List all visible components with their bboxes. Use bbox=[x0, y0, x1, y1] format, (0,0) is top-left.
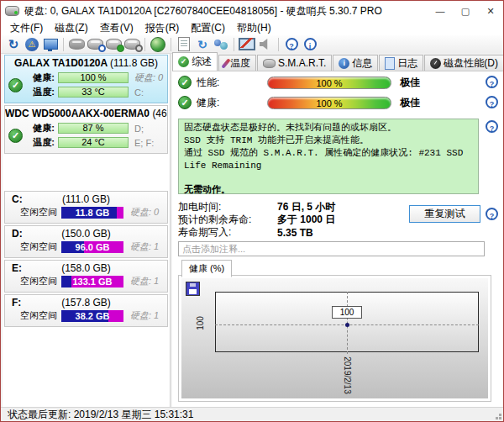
alerts-icon[interactable] bbox=[23, 36, 41, 52]
tab-smart[interactable]: S.M.A.R.T. bbox=[257, 55, 332, 71]
toolbar-separator bbox=[234, 38, 234, 51]
disk-sidebar: GALAX TA1D0120A (111.8 GB) ✓ 健康:100 %硬盘:… bbox=[3, 54, 171, 407]
tab-label: 综述 bbox=[192, 55, 212, 69]
status-text: 状态最后更新: 2019/2/13 星期三 15:31:31 bbox=[8, 408, 193, 422]
menu-view[interactable]: 查看(V) bbox=[94, 21, 139, 35]
disk-ok-icon[interactable] bbox=[104, 36, 123, 52]
gauge-icon bbox=[430, 58, 441, 69]
tab-disk-performance[interactable]: 磁盘性能(D) bbox=[424, 55, 504, 71]
sync-icon[interactable]: ↻ bbox=[193, 36, 212, 52]
help-icon[interactable] bbox=[486, 120, 498, 133]
report-icon[interactable] bbox=[175, 36, 193, 52]
app-window: 硬盘: 0, GALAX TA1D0120A [C27607840CEE0481… bbox=[0, 0, 504, 422]
performance-label: 性能: bbox=[197, 76, 267, 90]
disk-detect-icon[interactable] bbox=[123, 36, 141, 52]
free-space-value: 96.0 GB bbox=[61, 242, 123, 252]
toolbar: ↻ ↻ bbox=[1, 35, 503, 54]
chart-tab-health[interactable]: 健康 (%) bbox=[181, 260, 232, 277]
free-space-value: 11.8 GB bbox=[61, 208, 123, 218]
health-label: 健康: bbox=[23, 71, 55, 84]
health-row: ✓ 健康: 100 % 极佳 bbox=[178, 95, 420, 110]
maximize-button[interactable]: ▢ bbox=[453, 1, 478, 21]
health-chart-panel: 100 100 2019/2/13 bbox=[178, 275, 491, 402]
temp-bar: 24 °C bbox=[58, 137, 129, 148]
main-panel: 综述 温度 S.M.A.R.T. 信息 日志 磁盘性能(D) 警报(A) ✓ 性… bbox=[172, 53, 503, 409]
minimize-button[interactable]: — bbox=[428, 1, 453, 21]
screenshot-icon[interactable] bbox=[41, 36, 60, 52]
free-space-bar: 11.8 GB bbox=[61, 207, 123, 219]
health-label: 健康: bbox=[23, 122, 55, 135]
free-space-bar: 38.2 GB bbox=[61, 310, 123, 322]
menu-disk[interactable]: 磁盘(Z) bbox=[49, 21, 93, 35]
toolbar-separator bbox=[63, 38, 64, 51]
disk-number: 硬盘: 1 bbox=[130, 309, 159, 322]
network-disks-icon[interactable] bbox=[149, 36, 167, 52]
help-icon[interactable] bbox=[282, 36, 301, 52]
user-disks-icon[interactable] bbox=[212, 36, 230, 52]
stat-label: 寿命期写入: bbox=[178, 225, 277, 240]
tab-information[interactable]: 信息 bbox=[333, 55, 378, 71]
disk-title: GALAX TA1D0120A bbox=[14, 57, 108, 69]
tab-label: 磁盘性能(D) bbox=[444, 56, 498, 71]
free-space-label: 空闲空间 bbox=[20, 240, 57, 253]
save-chart-icon[interactable] bbox=[186, 282, 200, 296]
tab-temperature[interactable]: 温度 bbox=[218, 55, 256, 71]
chart-data-point bbox=[345, 323, 349, 327]
disk-number: 硬盘: 0 bbox=[130, 206, 159, 219]
disk-title: WDC WD5000AAKX-00ERMA0 bbox=[5, 108, 150, 119]
help-icon[interactable] bbox=[486, 76, 498, 88]
info-icon[interactable] bbox=[301, 36, 319, 52]
stat-value: 多于 1000 日 bbox=[277, 213, 335, 227]
status-line: 通过 SSD 规范的 S.M.A.R.T. 属性确定的健康状况: #231 SS… bbox=[184, 147, 473, 172]
partition-size: (150.0 GB) bbox=[5, 228, 167, 240]
temp-bar: 33 °C bbox=[58, 87, 129, 98]
partition-item-f[interactable]: (157.8 GB)F: 空闲空间 38.2 GB 硬盘: 1 bbox=[4, 294, 168, 327]
help-icon[interactable] bbox=[486, 96, 498, 108]
app-disk-icon bbox=[5, 6, 19, 16]
menu-help[interactable]: 帮助(H) bbox=[231, 21, 277, 35]
health-bar: 87 % bbox=[58, 123, 129, 134]
menu-config[interactable]: 配置(C) bbox=[185, 21, 231, 35]
partition-item-d[interactable]: (150.0 GB)D: 空闲空间 96.0 GB 硬盘: 1 bbox=[4, 225, 168, 258]
chart-y-tick: 100 bbox=[196, 316, 205, 330]
sounds-icon[interactable] bbox=[256, 36, 275, 52]
status-text-box: 固态硬盘状态是极好的。未找到有问题的或坏扇区。 SSD 支持 TRIM 功能并已… bbox=[178, 119, 479, 194]
menu-report[interactable]: 报告(R) bbox=[139, 21, 186, 35]
health-label: 健康: bbox=[197, 96, 267, 110]
disk-remove-icon[interactable] bbox=[67, 36, 86, 52]
free-space-label: 空闲空间 bbox=[20, 206, 57, 219]
ok-status-icon: ✓ bbox=[178, 96, 192, 109]
partition-item-c[interactable]: (111.0 GB)C: 空闲空间 11.8 GB 硬盘: 0 bbox=[4, 191, 168, 224]
health-bar: 100 % bbox=[58, 72, 129, 83]
disk-ok-status-icon: ✓ bbox=[8, 78, 23, 92]
partition-letter: E: bbox=[12, 262, 22, 274]
help-icon[interactable] bbox=[486, 208, 498, 220]
status-line: 固态硬盘状态是极好的。未找到有问题的或坏扇区。 bbox=[184, 122, 473, 135]
free-space-bar: 133.1 GB bbox=[61, 276, 123, 287]
resize-grip[interactable] bbox=[499, 417, 501, 419]
tab-label: 温度 bbox=[230, 56, 250, 71]
menu-file[interactable]: 文件(F) bbox=[4, 21, 49, 35]
comment-input[interactable] bbox=[178, 241, 485, 256]
disk-schedule-icon[interactable] bbox=[86, 36, 104, 52]
disk-item-1[interactable]: WDC WD5000AAKX-00ERMA0 (465.8 GB) ✓ 健康:8… bbox=[4, 105, 168, 154]
performance-value: 100 % bbox=[268, 78, 391, 88]
refresh-icon[interactable]: ↻ bbox=[4, 36, 23, 52]
info-icon bbox=[339, 58, 349, 69]
ok-status-icon: ✓ bbox=[178, 76, 192, 89]
toolbar-separator bbox=[171, 38, 171, 51]
disk-item-0[interactable]: GALAX TA1D0120A (111.8 GB) ✓ 健康:100 %硬盘:… bbox=[4, 55, 168, 103]
health-value: 100 % bbox=[268, 98, 391, 108]
health-rating: 极佳 bbox=[400, 96, 420, 110]
tab-log[interactable]: 日志 bbox=[379, 55, 423, 71]
lifetime-stats: 加电时间:76 日, 5 小时 预计的剩余寿命:多于 1000 日 寿命期写入:… bbox=[178, 201, 335, 239]
retest-button[interactable]: 重复测试 bbox=[409, 205, 480, 223]
tab-label: 信息 bbox=[352, 56, 372, 71]
partition-item-e[interactable]: (158.0 GB)E: 空闲空间 133.1 GB 硬盘: 1 bbox=[4, 260, 168, 293]
disk-icon bbox=[263, 59, 276, 68]
performance-meter: 100 % bbox=[267, 76, 391, 89]
remote-monitor-icon[interactable] bbox=[238, 36, 256, 52]
close-button[interactable]: ✕ bbox=[478, 1, 503, 21]
tab-overview[interactable]: 综述 bbox=[172, 52, 218, 71]
disk-number: 硬盘: 1 bbox=[130, 275, 159, 287]
